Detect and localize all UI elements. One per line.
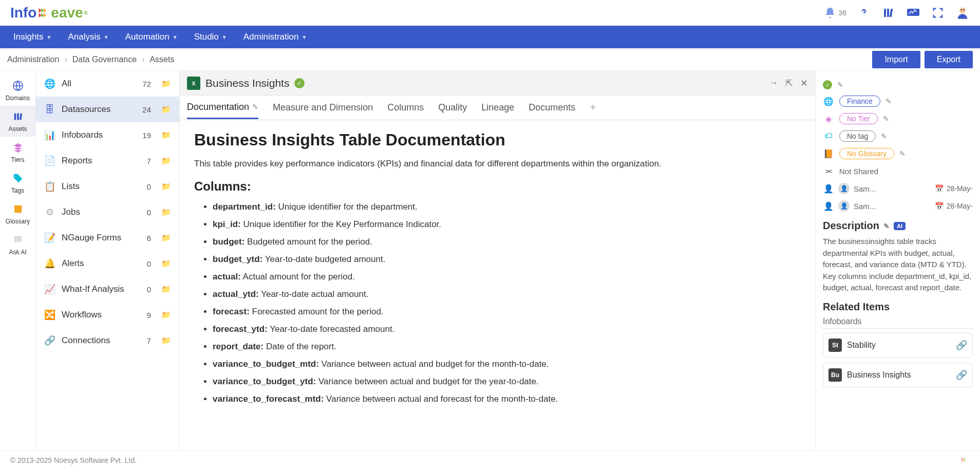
breadcrumb-data-governance[interactable]: Data Governance (72, 55, 137, 64)
logo-text-1: Info (10, 5, 36, 21)
item-icon: 📈 (44, 284, 55, 295)
ai-badge[interactable]: AI (894, 222, 906, 230)
edit-icon[interactable]: ✎ (883, 222, 890, 230)
item-count: 24 (142, 105, 151, 114)
sidebar-item-ngauge-forms[interactable]: 📝NGauge Forms6📁 (36, 225, 179, 251)
notifications-button[interactable]: 38 (824, 7, 846, 19)
tab-documentation[interactable]: Documentation✎ (187, 97, 258, 119)
tab-lineage[interactable]: Lineage (481, 97, 514, 118)
rail-glossary[interactable]: Glossary (0, 198, 35, 229)
related-item[interactable]: StStability🔗 (823, 333, 973, 358)
close-icon[interactable]: ✕ (800, 78, 808, 89)
folder-icon: 📁 (161, 182, 171, 191)
nav-insights[interactable]: Insights▼ (6, 28, 59, 46)
sidebar-item-all[interactable]: 🌐All72📁 (36, 71, 179, 97)
folder-icon: 📁 (161, 259, 171, 268)
tier-pill[interactable]: No Tier (839, 113, 878, 124)
created-date: 28-May- (947, 184, 973, 193)
main: Domains Assets Tiers Tags Glossary Ask A… (0, 71, 980, 451)
globe-icon: 🌐 (823, 96, 834, 107)
svg-point-5 (961, 9, 962, 10)
arrow-right-icon[interactable]: → (769, 78, 778, 89)
chevron-down-icon: ▼ (222, 34, 227, 40)
rail-assets[interactable]: Assets (0, 106, 35, 137)
edit-icon[interactable]: ✎ (899, 149, 906, 158)
item-label: What-If Analysis (62, 284, 141, 294)
breadcrumb-administration[interactable]: Administration (7, 55, 59, 64)
export-button[interactable]: Export (925, 51, 973, 68)
sidebar-item-connections[interactable]: 🔗Connections7📁 (36, 328, 179, 353)
nav-automation[interactable]: Automation▼ (118, 28, 185, 46)
folder-icon: 📁 (161, 130, 171, 140)
link-icon[interactable]: 🔗 (956, 369, 967, 381)
item-label: Jobs (62, 207, 141, 217)
add-tab-button[interactable]: + (590, 102, 596, 114)
item-count: 0 (147, 208, 151, 217)
edit-icon[interactable]: ✎ (881, 132, 887, 140)
rail-ask-ai[interactable]: Ask AI (0, 229, 35, 260)
edit-icon[interactable]: ✎ (883, 115, 889, 123)
nav-studio[interactable]: Studio▼ (187, 28, 234, 46)
infoboards-heading: Infoboards (823, 317, 973, 329)
sidebar-item-alerts[interactable]: 🔔Alerts0📁 (36, 251, 179, 276)
doc-columns-heading: Columns: (194, 179, 801, 194)
chevron-right-icon: › (64, 55, 67, 64)
tab-documents[interactable]: Documents (529, 97, 575, 118)
folder-icon: 📁 (161, 336, 171, 345)
tab-measure-dimension[interactable]: Measure and Dimension (273, 97, 373, 118)
item-label: Workflows (62, 310, 141, 320)
rail-tags[interactable]: Tags (0, 167, 35, 198)
domain-pill[interactable]: Finance (839, 96, 880, 107)
item-label: Reports (62, 156, 141, 166)
nav-administration[interactable]: Administration▼ (236, 28, 314, 46)
top-icons: 38 (824, 6, 970, 20)
sidebar-item-workflows[interactable]: 🔀Workflows9📁 (36, 302, 179, 328)
edit-icon[interactable]: ✎ (252, 103, 258, 111)
svg-point-6 (963, 9, 964, 10)
column-item: budget: Budgeted amount for the period. (213, 237, 801, 247)
folder-icon: 📁 (161, 79, 171, 88)
item-icon: 📄 (44, 155, 55, 166)
user-plus-icon: 👤 (823, 183, 834, 194)
related-item[interactable]: BuBusiness Insights🔗 (823, 363, 973, 387)
sidebar-item-reports[interactable]: 📄Reports7📁 (36, 148, 179, 174)
external-link-icon[interactable]: ⇱ (785, 78, 793, 89)
sidebar-item-lists[interactable]: 📋Lists0📁 (36, 174, 179, 199)
column-item: forecast: Forecasted amount for the peri… (213, 307, 801, 317)
help-button[interactable] (857, 6, 871, 20)
item-label: Datasources (62, 104, 136, 115)
column-item: actual_ytd: Year-to-date actual amount. (213, 289, 801, 299)
sidebar-item-what-if-analysis[interactable]: 📈What-If Analysis0📁 (36, 276, 179, 302)
logo[interactable]: Info eave ® (10, 5, 88, 21)
tag-pill[interactable]: No tag (839, 130, 876, 142)
item-icon: 🌐 (44, 78, 55, 89)
bell-icon (824, 7, 836, 19)
chevron-down-icon: ▼ (104, 34, 109, 40)
breadcrumb-assets[interactable]: Assets (149, 55, 174, 64)
edit-icon[interactable]: ✎ (885, 97, 892, 105)
sidebar-item-datasources[interactable]: 🗄Datasources24📁 (36, 97, 179, 122)
column-item: variance_to_budget_ytd: Variance between… (213, 377, 801, 387)
import-button[interactable]: Import (872, 51, 920, 68)
user-avatar[interactable] (955, 6, 970, 20)
folder-icon: 📁 (161, 285, 171, 294)
left-rail: Domains Assets Tiers Tags Glossary Ask A… (0, 71, 36, 451)
sidebar-item-infoboards[interactable]: 📊Infoboards19📁 (36, 122, 179, 148)
sidebar-item-jobs[interactable]: ⚙Jobs0📁 (36, 199, 179, 225)
link-icon[interactable]: 🔗 (956, 340, 967, 351)
item-count: 19 (142, 131, 151, 140)
tab-columns[interactable]: Columns (387, 97, 424, 118)
item-label: NGauge Forms (62, 233, 141, 243)
rail-tiers[interactable]: Tiers (0, 137, 35, 167)
logo-text-2: eave (51, 5, 83, 21)
library-button[interactable] (881, 6, 896, 20)
fullscreen-button[interactable] (931, 6, 945, 20)
nav-analysis[interactable]: Analysis▼ (61, 28, 116, 46)
monitor-button[interactable] (906, 6, 920, 20)
edit-icon[interactable]: ✎ (837, 81, 843, 89)
book-icon: 📙 (823, 148, 834, 159)
rail-domains[interactable]: Domains (0, 75, 35, 106)
breadcrumb: Administration › Data Governance › Asset… (7, 55, 174, 64)
tab-quality[interactable]: Quality (438, 97, 467, 118)
glossary-pill[interactable]: No Glossary (839, 148, 894, 159)
